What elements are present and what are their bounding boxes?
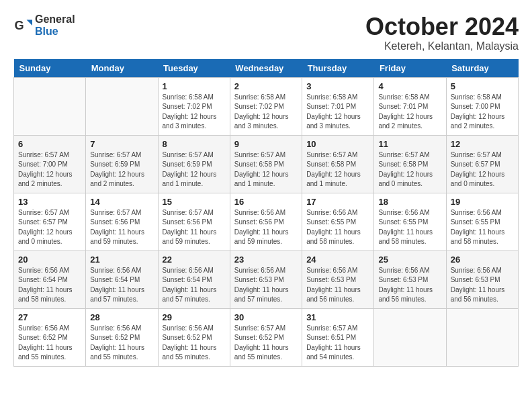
day-info: Sunrise: 6:57 AM Sunset: 6:58 PM Dayligh…: [378, 150, 441, 189]
day-info: Sunrise: 6:56 AM Sunset: 6:53 PM Dayligh…: [451, 266, 514, 305]
day-number: 13: [18, 197, 81, 207]
svg-text:G: G: [14, 18, 24, 32]
calendar-cell: [14, 77, 86, 135]
day-number: 21: [90, 255, 153, 265]
day-info: Sunrise: 6:56 AM Sunset: 6:52 PM Dayligh…: [163, 324, 226, 363]
calendar-table: SundayMondayTuesdayWednesdayThursdayFrid…: [13, 59, 519, 367]
day-number: 16: [234, 197, 298, 207]
weekday-header-monday: Monday: [86, 59, 158, 78]
page-subtitle: Ketereh, Kelantan, Malaysia: [365, 40, 519, 52]
weekday-header-tuesday: Tuesday: [158, 59, 230, 78]
day-number: 6: [18, 139, 81, 149]
calendar-cell: 4Sunrise: 6:58 AM Sunset: 7:01 PM Daylig…: [374, 77, 446, 135]
day-info: Sunrise: 6:56 AM Sunset: 6:54 PM Dayligh…: [90, 266, 153, 305]
day-info: Sunrise: 6:57 AM Sunset: 6:51 PM Dayligh…: [306, 324, 369, 363]
weekday-header-friday: Friday: [374, 59, 446, 78]
day-number: 8: [163, 139, 226, 149]
day-info: Sunrise: 6:56 AM Sunset: 6:53 PM Dayligh…: [306, 266, 369, 305]
calendar-week-row: 27Sunrise: 6:56 AM Sunset: 6:52 PM Dayli…: [14, 308, 519, 366]
day-info: Sunrise: 6:57 AM Sunset: 6:57 PM Dayligh…: [18, 208, 81, 247]
calendar-cell: 31Sunrise: 6:57 AM Sunset: 6:51 PM Dayli…: [302, 308, 374, 366]
day-info: Sunrise: 6:57 AM Sunset: 6:58 PM Dayligh…: [306, 150, 369, 189]
day-info: Sunrise: 6:57 AM Sunset: 6:57 PM Dayligh…: [451, 150, 514, 189]
calendar-cell: 2Sunrise: 6:58 AM Sunset: 7:02 PM Daylig…: [230, 77, 302, 135]
calendar-cell: 11Sunrise: 6:57 AM Sunset: 6:58 PM Dayli…: [374, 135, 446, 193]
page-header: G General Blue October 2024 Ketereh, Kel…: [13, 13, 519, 52]
day-info: Sunrise: 6:56 AM Sunset: 6:54 PM Dayligh…: [163, 266, 226, 305]
day-number: 1: [163, 81, 226, 91]
calendar-cell: 3Sunrise: 6:58 AM Sunset: 7:01 PM Daylig…: [302, 77, 374, 135]
svg-marker-1: [27, 19, 32, 25]
calendar-cell: 15Sunrise: 6:57 AM Sunset: 6:56 PM Dayli…: [158, 193, 230, 250]
day-number: 29: [163, 312, 226, 322]
calendar-cell: 1Sunrise: 6:58 AM Sunset: 7:02 PM Daylig…: [158, 77, 230, 135]
weekday-header-sunday: Sunday: [14, 59, 86, 78]
calendar-cell: 30Sunrise: 6:57 AM Sunset: 6:52 PM Dayli…: [230, 308, 302, 366]
day-number: 9: [234, 139, 298, 149]
day-info: Sunrise: 6:57 AM Sunset: 6:56 PM Dayligh…: [90, 208, 153, 247]
day-info: Sunrise: 6:56 AM Sunset: 6:52 PM Dayligh…: [18, 324, 81, 363]
day-number: 4: [378, 81, 441, 91]
calendar-cell: [86, 77, 158, 135]
page-title: October 2024: [365, 13, 519, 40]
calendar-cell: 10Sunrise: 6:57 AM Sunset: 6:58 PM Dayli…: [302, 135, 374, 193]
day-number: 18: [378, 197, 441, 207]
calendar-week-row: 6Sunrise: 6:57 AM Sunset: 7:00 PM Daylig…: [14, 135, 519, 193]
calendar-week-row: 1Sunrise: 6:58 AM Sunset: 7:02 PM Daylig…: [14, 77, 519, 135]
logo-blue: Blue: [35, 26, 75, 38]
title-section: October 2024 Ketereh, Kelantan, Malaysia: [365, 13, 519, 52]
day-info: Sunrise: 6:57 AM Sunset: 6:59 PM Dayligh…: [90, 150, 153, 189]
calendar-cell: 13Sunrise: 6:57 AM Sunset: 6:57 PM Dayli…: [14, 193, 86, 250]
calendar-cell: [374, 308, 446, 366]
calendar-cell: 12Sunrise: 6:57 AM Sunset: 6:57 PM Dayli…: [446, 135, 518, 193]
calendar-cell: 16Sunrise: 6:56 AM Sunset: 6:56 PM Dayli…: [230, 193, 302, 250]
day-info: Sunrise: 6:56 AM Sunset: 6:55 PM Dayligh…: [451, 208, 514, 247]
day-number: 26: [451, 255, 514, 265]
day-number: 7: [90, 139, 153, 149]
day-number: 24: [306, 255, 369, 265]
day-info: Sunrise: 6:56 AM Sunset: 6:53 PM Dayligh…: [234, 266, 298, 305]
day-info: Sunrise: 6:56 AM Sunset: 6:55 PM Dayligh…: [378, 208, 441, 247]
day-info: Sunrise: 6:56 AM Sunset: 6:52 PM Dayligh…: [90, 324, 153, 363]
day-info: Sunrise: 6:57 AM Sunset: 6:56 PM Dayligh…: [163, 208, 226, 247]
day-number: 5: [451, 81, 514, 91]
calendar-cell: 9Sunrise: 6:57 AM Sunset: 6:58 PM Daylig…: [230, 135, 302, 193]
day-number: 10: [306, 139, 369, 149]
day-info: Sunrise: 6:56 AM Sunset: 6:53 PM Dayligh…: [378, 266, 441, 305]
day-number: 23: [234, 255, 298, 265]
weekday-header-row: SundayMondayTuesdayWednesdayThursdayFrid…: [14, 59, 519, 78]
calendar-cell: 8Sunrise: 6:57 AM Sunset: 6:59 PM Daylig…: [158, 135, 230, 193]
day-number: 17: [306, 197, 369, 207]
weekday-header-saturday: Saturday: [446, 59, 518, 78]
calendar-cell: 7Sunrise: 6:57 AM Sunset: 6:59 PM Daylig…: [86, 135, 158, 193]
calendar-week-row: 20Sunrise: 6:56 AM Sunset: 6:54 PM Dayli…: [14, 250, 519, 308]
day-number: 15: [163, 197, 226, 207]
calendar-cell: 24Sunrise: 6:56 AM Sunset: 6:53 PM Dayli…: [302, 250, 374, 308]
calendar-cell: 19Sunrise: 6:56 AM Sunset: 6:55 PM Dayli…: [446, 193, 518, 250]
day-number: 25: [378, 255, 441, 265]
calendar-cell: 23Sunrise: 6:56 AM Sunset: 6:53 PM Dayli…: [230, 250, 302, 308]
day-number: 11: [378, 139, 441, 149]
day-number: 19: [451, 197, 514, 207]
calendar-cell: 17Sunrise: 6:56 AM Sunset: 6:55 PM Dayli…: [302, 193, 374, 250]
day-info: Sunrise: 6:58 AM Sunset: 7:01 PM Dayligh…: [378, 93, 441, 132]
day-info: Sunrise: 6:58 AM Sunset: 7:00 PM Dayligh…: [451, 93, 514, 132]
logo-general: General: [35, 13, 75, 26]
day-info: Sunrise: 6:57 AM Sunset: 6:59 PM Dayligh…: [163, 150, 226, 189]
day-info: Sunrise: 6:57 AM Sunset: 7:00 PM Dayligh…: [18, 150, 81, 189]
calendar-cell: 6Sunrise: 6:57 AM Sunset: 7:00 PM Daylig…: [14, 135, 86, 193]
calendar-cell: 21Sunrise: 6:56 AM Sunset: 6:54 PM Dayli…: [86, 250, 158, 308]
day-number: 27: [18, 312, 81, 322]
logo-icon: G: [13, 16, 32, 35]
calendar-cell: 5Sunrise: 6:58 AM Sunset: 7:00 PM Daylig…: [446, 77, 518, 135]
calendar-cell: 25Sunrise: 6:56 AM Sunset: 6:53 PM Dayli…: [374, 250, 446, 308]
day-number: 30: [234, 312, 298, 322]
day-number: 20: [18, 255, 81, 265]
day-number: 2: [234, 81, 298, 91]
calendar-cell: [446, 308, 518, 366]
day-number: 31: [306, 312, 369, 322]
calendar-cell: 27Sunrise: 6:56 AM Sunset: 6:52 PM Dayli…: [14, 308, 86, 366]
day-number: 28: [90, 312, 153, 322]
weekday-header-thursday: Thursday: [302, 59, 374, 78]
weekday-header-wednesday: Wednesday: [230, 59, 302, 78]
